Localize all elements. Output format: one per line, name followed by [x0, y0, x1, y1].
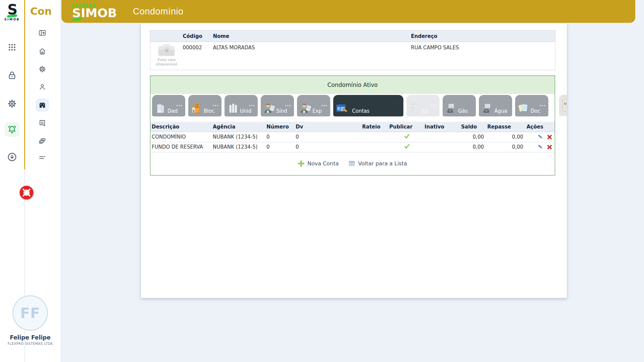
col-acoes: Ações	[525, 122, 555, 132]
edit-pencil-icon[interactable]	[538, 144, 544, 150]
content-card: Código Nome Endereço Foto não disponível…	[141, 23, 567, 298]
tab-expediente[interactable]: ... Exp	[297, 95, 330, 116]
tab-documentos[interactable]: ... Doc	[515, 95, 548, 116]
tab-more-dots: ...	[285, 102, 291, 107]
simob-logo: S SIMOB	[0, 3, 24, 21]
help-lifebuoy-icon[interactable]	[18, 185, 35, 201]
condo-codigo: 000002	[183, 42, 213, 70]
cell-descricao: FUNDO DE RESERVA	[150, 142, 211, 152]
avatar[interactable]: FF	[12, 295, 48, 331]
tab-label: Dad	[167, 108, 178, 114]
svg-text:NO: NO	[564, 102, 567, 106]
edit-pencil-icon[interactable]	[538, 134, 544, 140]
cell-descricao: CONDOMÍNIO	[150, 132, 211, 142]
checklist-icon	[409, 102, 422, 115]
note-document-icon[interactable]	[36, 116, 49, 130]
tab-blocos[interactable]: ... Bloc	[188, 95, 221, 116]
condo-endereco: RUA CAMPO SALES	[411, 42, 555, 70]
nova-conta-button[interactable]: Nova Conta	[298, 160, 339, 167]
col-rateio: Rateio	[361, 122, 389, 132]
lock-icon[interactable]	[5, 68, 19, 83]
cell-rateio	[361, 132, 389, 142]
tab-label: Água	[494, 108, 507, 114]
col-header-nome: Nome	[213, 31, 411, 42]
staff-person-icon	[299, 102, 312, 115]
tab-label: Co	[422, 108, 429, 114]
tab-notas-clipped[interactable]: NO	[559, 95, 567, 116]
check-icon	[404, 134, 410, 140]
panel-title: Condomínio Ativo	[327, 82, 378, 88]
col-inativo: Inativo	[425, 122, 460, 132]
user-profile[interactable]: FF Felipe Felipe FLEXPRO SISTEMAS LTDA	[0, 295, 60, 346]
cell-acoes	[525, 142, 555, 152]
condo-nome: ALTAS MORADAS	[213, 42, 411, 70]
gas-meter-icon	[445, 102, 458, 115]
col-repasse: Repasse	[486, 122, 525, 132]
note-pad-icon: NO	[562, 99, 567, 112]
plus-icon	[298, 160, 304, 167]
home-icon[interactable]	[36, 45, 49, 58]
tab-unidades[interactable]: ... Unid	[225, 95, 258, 116]
voltar-lista-button[interactable]: Voltar para a Lista	[349, 160, 407, 167]
account-row: FUNDO DE RESERVA NUBANK (1234-5) 0 0 0,0…	[150, 142, 555, 152]
tab-more-dots: ...	[212, 102, 219, 107]
user-company: FLEXPRO SISTEMAS LTDA	[0, 342, 60, 346]
account-row: CONDOMÍNIO NUBANK (1234-5) 0 0 0,00 0,00	[150, 132, 555, 142]
apps-grid-icon[interactable]	[5, 40, 19, 55]
tab-label: Doc	[531, 108, 540, 114]
tab-sindico[interactable]: ... Sínd	[261, 95, 294, 116]
cell-publicar	[389, 132, 425, 142]
tab-gas[interactable]: Gás	[443, 95, 476, 116]
orange-building-icon	[191, 102, 203, 115]
condo-row: Foto não disponível 000002 ALTAS MORADAS…	[150, 42, 555, 70]
panel-header-band: Condomínio Ativo	[150, 76, 555, 94]
tab-more-dots: ...	[321, 102, 328, 107]
nova-conta-label: Nova Conta	[307, 160, 339, 167]
module-settings-gear-icon[interactable]	[36, 62, 49, 76]
cell-inativo	[425, 142, 460, 152]
photo-caption: Foto não disponível	[154, 58, 179, 66]
tab-more-dots: ...	[176, 102, 183, 107]
col-descricao: Descrição	[150, 122, 211, 132]
tab-checklist[interactable]: ... Co	[406, 95, 440, 116]
copy-stack-icon[interactable]	[36, 134, 49, 148]
delete-x-icon[interactable]	[547, 135, 552, 140]
page-header: FLEXPRO SIMOB Condomínio	[61, 0, 635, 23]
tab-dados[interactable]: ... Dad	[152, 95, 185, 116]
app-window: S SIMOB Con	[0, 0, 644, 362]
tab-contas[interactable]: Contas	[333, 95, 403, 116]
cell-saldo: 0,00	[460, 132, 486, 142]
panel-actions: Nova Conta Voltar para a Lista	[150, 152, 555, 175]
condominium-building-icon[interactable]	[36, 98, 49, 112]
notifications-bell-icon[interactable]	[5, 122, 19, 137]
towers-icon	[227, 102, 240, 115]
person-icon[interactable]	[36, 80, 49, 94]
water-meter-icon	[481, 102, 494, 115]
tab-label: Sínd	[276, 108, 287, 114]
cell-dv: 0	[294, 142, 361, 152]
download-icon[interactable]	[5, 150, 19, 164]
cell-acoes	[525, 132, 555, 142]
tab-label: Contas	[352, 108, 369, 114]
tab-agua[interactable]: Água	[479, 95, 512, 116]
module-title: Con	[30, 5, 52, 17]
col-header-endereco: Endereço	[411, 31, 555, 42]
col-publicar: Publicar	[389, 122, 425, 132]
camera-icon	[157, 43, 176, 57]
tab-more-dots: ...	[249, 102, 255, 107]
list-lines-icon[interactable]	[36, 151, 49, 164]
delete-x-icon[interactable]	[547, 145, 552, 150]
collapse-panel-icon[interactable]	[36, 26, 49, 40]
condo-tab-bar: ... Dad ... Bloc ... Unid ... Sínd	[152, 95, 548, 116]
syndic-person-icon	[263, 102, 276, 115]
col-agencia: Agência	[211, 122, 265, 132]
logo-word: SIMOB	[0, 18, 24, 21]
list-window-icon	[349, 161, 355, 166]
condo-active-panel: Condomínio Ativo ... Dad ... Bloc ... Un…	[150, 75, 555, 175]
photo-column-header	[150, 31, 183, 42]
accounts-card-icon	[336, 102, 348, 115]
settings-gear-icon[interactable]	[5, 96, 19, 111]
page-title: Condomínio	[133, 6, 184, 17]
simob-wordmark: SIMOB	[72, 7, 128, 19]
cell-numero: 0	[265, 132, 294, 142]
